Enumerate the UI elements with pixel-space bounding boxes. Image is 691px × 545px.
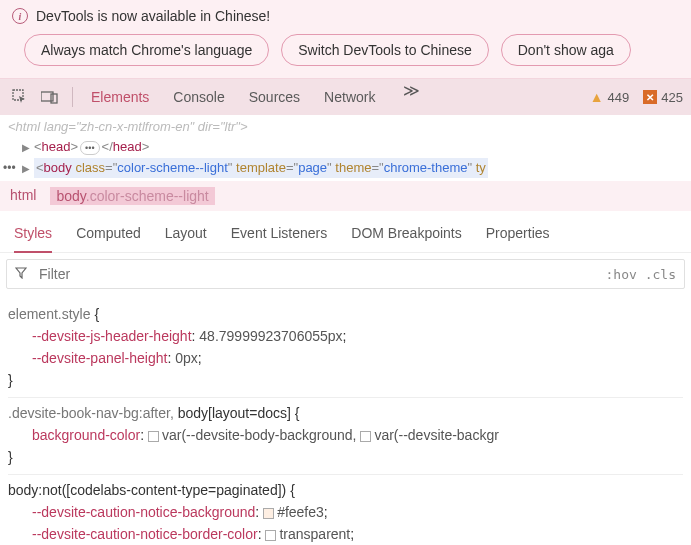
styles-tabs: Styles Computed Layout Event Listeners D…: [0, 211, 691, 253]
inspect-icon[interactable]: [8, 85, 32, 109]
filter-icon[interactable]: [7, 263, 35, 286]
separator: [72, 87, 73, 107]
warning-icon[interactable]: ▲: [590, 89, 604, 105]
error-count: 425: [661, 90, 683, 105]
color-swatch[interactable]: [360, 431, 371, 442]
rule-devsite-nav[interactable]: .devsite-book-nav-bg:after, body[layout=…: [8, 398, 683, 475]
subtab-computed[interactable]: Computed: [76, 219, 141, 252]
dont-show-again-button[interactable]: Don't show aga: [501, 34, 631, 66]
crumb-body[interactable]: body.color-scheme--light: [50, 187, 214, 205]
breadcrumb: html body.color-scheme--light: [0, 181, 691, 211]
crumb-html[interactable]: html: [10, 187, 36, 205]
svg-rect-2: [51, 94, 57, 103]
rule-body-not[interactable]: body:not([codelabs-content-type=paginate…: [8, 475, 683, 545]
expand-icon[interactable]: ▶: [22, 138, 34, 158]
subtab-properties[interactable]: Properties: [486, 219, 550, 252]
tab-sources[interactable]: Sources: [249, 81, 300, 113]
filter-toggles[interactable]: :hov .cls: [606, 267, 684, 282]
info-icon: i: [12, 8, 28, 24]
more-tabs-icon[interactable]: ≫: [399, 81, 424, 113]
always-match-button[interactable]: Always match Chrome's language: [24, 34, 269, 66]
warning-count: 449: [608, 90, 630, 105]
color-swatch[interactable]: [265, 530, 276, 541]
color-swatch[interactable]: [148, 431, 159, 442]
device-toggle-icon[interactable]: [38, 85, 62, 109]
ellipsis-icon[interactable]: •••: [80, 141, 99, 155]
error-icon[interactable]: ✕: [643, 90, 657, 104]
dom-line-head[interactable]: ▶<head>•••</head>: [8, 137, 683, 158]
dom-line-html[interactable]: <html lang="zh-cn-x-mtlfrom-en" dir="ltr…: [8, 117, 683, 137]
rule-element-style[interactable]: element.style { --devsite-js-header-heig…: [8, 299, 683, 398]
language-banner: i DevTools is now available in Chinese! …: [0, 0, 691, 79]
styles-pane: element.style { --devsite-js-header-heig…: [0, 295, 691, 545]
filter-bar: :hov .cls: [6, 259, 685, 289]
overflow-icon: •••: [0, 158, 19, 178]
tab-console[interactable]: Console: [173, 81, 224, 113]
switch-devtools-button[interactable]: Switch DevTools to Chinese: [281, 34, 489, 66]
tab-elements[interactable]: Elements: [91, 81, 149, 113]
filter-input[interactable]: [35, 260, 606, 288]
color-swatch[interactable]: [263, 508, 274, 519]
subtab-styles[interactable]: Styles: [14, 219, 52, 253]
dom-line-body[interactable]: ••• ▶<body class="color-scheme--light" t…: [8, 158, 683, 179]
expand-icon[interactable]: ▶: [22, 159, 34, 179]
banner-message: DevTools is now available in Chinese!: [36, 8, 270, 24]
dom-tree[interactable]: <html lang="zh-cn-x-mtlfrom-en" dir="ltr…: [0, 115, 691, 181]
tab-network[interactable]: Network: [324, 81, 375, 113]
main-toolbar: Elements Console Sources Network ≫ ▲ 449…: [0, 79, 691, 115]
subtab-layout[interactable]: Layout: [165, 219, 207, 252]
subtab-event-listeners[interactable]: Event Listeners: [231, 219, 328, 252]
subtab-dom-breakpoints[interactable]: DOM Breakpoints: [351, 219, 461, 252]
